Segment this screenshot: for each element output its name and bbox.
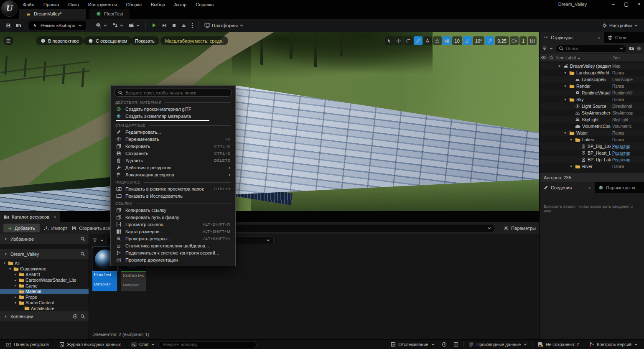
outliner-row[interactable]: Landscape5Landscape bbox=[540, 76, 644, 83]
cmd-selector[interactable]: Cmd bbox=[128, 342, 158, 347]
add-actor-button[interactable] bbox=[93, 20, 110, 31]
outliner-row-type[interactable]: Редактир bbox=[611, 158, 644, 162]
close-icon[interactable]: × bbox=[598, 35, 600, 40]
chevron-down-icon[interactable] bbox=[619, 46, 624, 51]
chevron-down-icon[interactable] bbox=[266, 238, 270, 242]
menu-item[interactable]: Сборка bbox=[121, 1, 146, 8]
column-item-label[interactable]: Item Label bbox=[556, 56, 576, 60]
minimize-icon[interactable]: – bbox=[612, 1, 615, 7]
expander-icon[interactable]: ▾ bbox=[3, 261, 7, 265]
outliner-search-input[interactable] bbox=[555, 45, 627, 53]
context-menu-item[interactable]: Показать в Исследователь bbox=[111, 192, 235, 199]
scalability-warning-button[interactable]: Масштабируемость: средн. bbox=[160, 36, 228, 45]
save-button[interactable] bbox=[3, 20, 13, 31]
menu-item[interactable]: Актор bbox=[170, 1, 191, 8]
outliner-header-row[interactable]: Item Label▲ Тип bbox=[540, 54, 644, 61]
settings-button[interactable]: Настройки bbox=[600, 20, 641, 31]
tab-content-browser[interactable]: Каталог ресурсов × bbox=[0, 211, 60, 222]
favorites-section[interactable]: ▾ Избранное bbox=[0, 234, 89, 244]
outliner-row[interactable]: ▾DreamValley (редактоМир bbox=[540, 63, 644, 69]
menu-item[interactable]: Выбор bbox=[146, 1, 170, 8]
3d-viewport[interactable]: В перспективе С освещением Показать Масш… bbox=[0, 32, 539, 211]
derived-data-button[interactable]: Производные данные bbox=[466, 342, 531, 347]
eject-button[interactable] bbox=[179, 20, 189, 31]
tab-layers[interactable]: Слои bbox=[604, 32, 644, 43]
viewport-layout-button[interactable] bbox=[528, 36, 537, 45]
perspective-button[interactable]: В перспективе bbox=[36, 36, 84, 45]
angle-snap-value[interactable]: 10° bbox=[473, 36, 485, 45]
tab-material-params[interactable]: Параметры м... bbox=[595, 182, 644, 193]
context-menu-item[interactable]: ПереименоватьF2 bbox=[111, 135, 235, 143]
outliner-row[interactable]: ▾LakesПапка bbox=[540, 136, 644, 143]
context-menu-item[interactable]: Редактировать... bbox=[111, 128, 235, 135]
outliner-row[interactable]: ▾LandscapeWorldПапка bbox=[540, 69, 644, 76]
show-flags-button[interactable]: Показать bbox=[130, 36, 159, 45]
grid-snap-button[interactable] bbox=[443, 36, 451, 45]
context-menu-item[interactable]: Проверить ресурсы...ALT+SHIFT+A bbox=[111, 235, 235, 242]
unsaved-button[interactable]: Не сохранено: 2 bbox=[535, 342, 582, 347]
outliner-row-type[interactable]: Редактир bbox=[611, 151, 644, 155]
folder-tree-item[interactable]: ▾StarterContent bbox=[0, 300, 89, 306]
context-menu-item[interactable]: Создать прокси-материал glTF bbox=[111, 105, 235, 112]
expander-icon[interactable]: ▾ bbox=[563, 71, 568, 75]
scale-snap-button[interactable] bbox=[485, 36, 494, 45]
blueprints-button[interactable] bbox=[110, 20, 126, 31]
new-folder-icon[interactable] bbox=[629, 46, 634, 51]
filter-icon[interactable] bbox=[92, 238, 97, 243]
maximize-icon[interactable]: ▢ bbox=[624, 1, 629, 7]
cinematics-button[interactable] bbox=[126, 20, 143, 31]
scale-snap-value[interactable]: 0,25 bbox=[495, 36, 509, 45]
expander-icon[interactable]: ▸ bbox=[13, 278, 18, 282]
outliner-row[interactable]: RuntimeVirtualTextRuntimeVir bbox=[540, 89, 644, 96]
gear-icon[interactable] bbox=[636, 46, 641, 51]
output-log-button[interactable]: Журнал выходных данных bbox=[56, 342, 124, 347]
search-icon[interactable] bbox=[80, 314, 85, 319]
folder-tree-item[interactable]: ▸CartoonWaterShader_Lite bbox=[0, 278, 89, 283]
collection-add-icon[interactable] bbox=[73, 314, 78, 319]
eye-icon[interactable] bbox=[541, 56, 547, 60]
stop-button[interactable] bbox=[169, 20, 179, 31]
outliner-row[interactable]: ▾WaterПапка bbox=[540, 130, 644, 136]
surface-snap-button[interactable] bbox=[433, 36, 442, 45]
context-menu-search-field[interactable] bbox=[125, 90, 228, 95]
add-button[interactable]: Добавить bbox=[3, 224, 40, 232]
outliner-search-field[interactable] bbox=[566, 46, 617, 51]
chevron-down-icon[interactable] bbox=[100, 238, 104, 242]
play-options-button[interactable] bbox=[189, 20, 196, 31]
platforms-button[interactable]: Платформы bbox=[202, 20, 246, 31]
editor-mode-select[interactable]: Режим «Выбор» bbox=[28, 21, 87, 30]
column-type[interactable]: Тип bbox=[611, 56, 644, 60]
menu-item[interactable]: Инструменты bbox=[84, 1, 122, 8]
tab-details[interactable]: Сведения × bbox=[540, 182, 595, 193]
star-icon[interactable] bbox=[549, 55, 554, 60]
filter-icon[interactable] bbox=[542, 46, 547, 51]
skip-button[interactable] bbox=[159, 20, 169, 31]
menu-item[interactable]: Окно bbox=[64, 1, 84, 8]
trace-button[interactable]: Отслеживание bbox=[387, 342, 438, 347]
outliner-row[interactable]: BP_Heart_LakeРедактир bbox=[540, 150, 644, 156]
context-menu-search[interactable] bbox=[114, 89, 232, 97]
context-menu-item[interactable]: Подключиться к системе контроля версий..… bbox=[111, 249, 235, 256]
outliner-row[interactable]: ▾RiverПапка bbox=[540, 163, 644, 170]
search-icon[interactable] bbox=[80, 237, 85, 242]
search-icon[interactable] bbox=[80, 252, 85, 257]
outliner-row[interactable]: BP_Big_LakeРедактир bbox=[540, 143, 644, 150]
expander-icon[interactable]: ▾ bbox=[557, 64, 562, 68]
expander-icon[interactable]: ▸ bbox=[13, 295, 18, 299]
menu-item[interactable]: Файл bbox=[18, 1, 39, 8]
outliner-row[interactable]: ▾SkyПапка bbox=[540, 96, 644, 103]
expander-icon[interactable]: ▾ bbox=[13, 301, 18, 305]
tab-floortest[interactable]: FloorTest bbox=[89, 9, 130, 19]
view-mode-button[interactable]: С освещением bbox=[84, 36, 132, 45]
folder-tree-item[interactable]: ▾Содержимое bbox=[0, 266, 89, 272]
select-tool-button[interactable] bbox=[385, 36, 394, 45]
play-button[interactable] bbox=[149, 20, 159, 31]
outliner-row-type[interactable]: Редактир bbox=[611, 144, 644, 149]
folder-tree-item[interactable]: ▸Props bbox=[0, 294, 89, 300]
outliner-row[interactable]: VolumetricCloudVolumetric bbox=[540, 123, 644, 130]
context-menu-item[interactable]: Просмотр ссылок...ALT+SHIFT+R bbox=[111, 221, 235, 228]
scale-tool-button[interactable] bbox=[414, 36, 423, 45]
content-drawer-button[interactable]: Панель ресурсов bbox=[3, 342, 52, 347]
context-menu-item[interactable]: Копировать путь к файлу bbox=[111, 214, 235, 221]
folder-tree-item[interactable]: ▾All bbox=[0, 260, 89, 266]
